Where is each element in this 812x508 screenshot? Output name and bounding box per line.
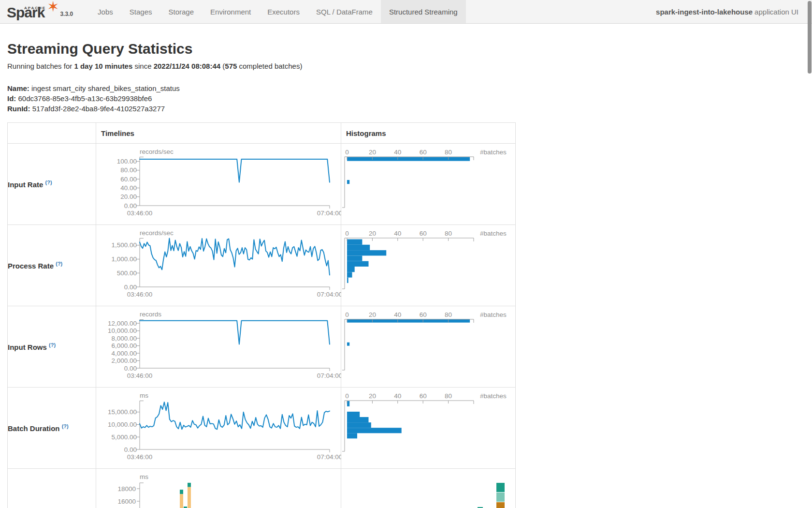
- input-rate-help-icon[interactable]: (?): [45, 179, 52, 185]
- apache-label: APACHE: [24, 6, 46, 10]
- input-rate-histogram-cell: 020406080#batches: [341, 144, 516, 225]
- table-row-input-rows: Input Rows (?) records12,000.0010,000.00…: [8, 306, 516, 388]
- svg-text:80.00: 80.00: [120, 166, 137, 174]
- table-row-input-rate: Input Rate (?) records/sec100.0080.0060.…: [8, 144, 516, 225]
- svg-text:03:46:00: 03:46:00: [127, 453, 153, 461]
- runid-value: 517afd3f-28e2-4ba8-9fe4-4102527a3277: [32, 105, 165, 113]
- legend-swatch-teal: [496, 483, 505, 492]
- input-rate-timeline-chart: records/sec100.0080.0060.0040.0020.000.0…: [96, 144, 341, 224]
- svg-text:10,000.00: 10,000.00: [108, 421, 137, 428]
- table-row-operation-duration: ms180001600014000: [8, 469, 516, 508]
- input-rate-histogram-chart: 020406080#batches: [341, 144, 516, 224]
- svg-text:0: 0: [345, 149, 349, 156]
- svg-text:20: 20: [369, 149, 376, 156]
- svg-text:#batches: #batches: [480, 311, 507, 318]
- svg-text:03:46:00: 03:46:00: [127, 291, 153, 298]
- row-label-input-rate: Input Rate (?): [8, 144, 96, 225]
- header-empty: [8, 123, 96, 144]
- input-rows-label: Input Rows: [8, 343, 47, 351]
- svg-text:80: 80: [445, 149, 452, 156]
- tab-executors[interactable]: Executors: [259, 0, 308, 23]
- svg-text:60.00: 60.00: [120, 176, 137, 183]
- svg-text:500.00: 500.00: [117, 269, 137, 277]
- tab-environment[interactable]: Environment: [202, 0, 259, 23]
- legend-swatch-teal_light: [496, 493, 505, 502]
- legend-swatch-orange_dark: [496, 502, 505, 508]
- scrollbar-thumb[interactable]: [808, 1, 812, 74]
- svg-text:07:04:00: 07:04:00: [317, 209, 341, 217]
- tab-jobs[interactable]: Jobs: [89, 0, 121, 23]
- query-name-line: Name: ingest smart_city shared_bikes_sta…: [7, 83, 812, 93]
- process-rate-timeline-cell: records/sec1,500.001,000.00500.000.0003:…: [96, 225, 341, 306]
- spark-logo: APACHE Spark ✶: [7, 4, 57, 21]
- tab-sql-dataframe[interactable]: SQL / DataFrame: [308, 0, 381, 23]
- statistics-table: Timelines Histograms Input Rate (?) reco…: [7, 122, 516, 508]
- spark-brand[interactable]: APACHE Spark ✶ 3.3.0: [0, 0, 76, 23]
- row-label-input-rows: Input Rows (?): [8, 306, 96, 388]
- batch-duration-histogram-chart: 020406080#batches: [341, 388, 516, 468]
- svg-text:20: 20: [369, 311, 376, 318]
- input-rows-histogram-chart: 020406080#batches: [341, 306, 516, 387]
- svg-text:0: 0: [345, 230, 349, 237]
- input-rate-label: Input Rate: [8, 180, 43, 189]
- svg-text:07:04:00: 07:04:00: [317, 453, 341, 461]
- svg-text:40: 40: [394, 149, 401, 156]
- running-prefix: Running batches for: [7, 62, 74, 70]
- name-label: Name:: [7, 84, 29, 92]
- svg-text:2,000.00: 2,000.00: [111, 357, 137, 364]
- table-row-process-rate: Process Rate (?) records/sec1,500.001,00…: [8, 225, 516, 306]
- svg-text:#batches: #batches: [480, 149, 507, 156]
- svg-text:16000: 16000: [117, 498, 136, 505]
- process-rate-label: Process Rate: [8, 262, 54, 270]
- input-rows-help-icon[interactable]: (?): [49, 342, 56, 348]
- application-title: spark-ingest-into-lakehouse application …: [656, 0, 812, 23]
- batch-duration-histogram-cell: 020406080#batches: [341, 388, 516, 469]
- row-label-operation-duration: [8, 469, 96, 508]
- operation-duration-histogram-cell: [341, 469, 516, 508]
- operation-duration-histogram-area: [341, 469, 516, 508]
- tab-storage[interactable]: Storage: [160, 0, 202, 23]
- paren-open: (: [220, 62, 225, 70]
- tab-structured-streaming[interactable]: Structured Streaming: [381, 0, 466, 23]
- running-batches-line: Running batches for 1 day 10 minutes sin…: [7, 62, 812, 70]
- svg-text:40: 40: [394, 230, 401, 237]
- svg-text:60: 60: [420, 149, 427, 156]
- svg-text:20.00: 20.00: [120, 193, 137, 200]
- process-rate-timeline-chart: records/sec1,500.001,000.00500.000.0003:…: [96, 225, 341, 306]
- spark-star-icon: ✶: [47, 0, 59, 14]
- paren-close: completed batches): [237, 62, 302, 70]
- svg-text:records/sec: records/sec: [140, 148, 174, 155]
- header-histograms: Histograms: [341, 123, 516, 144]
- query-id-line: Id: 60dc3768-85e3-4fb5-a13c-63b29938bfe6: [7, 93, 812, 104]
- application-name: spark-ingest-into-lakehouse: [656, 8, 753, 16]
- completed-batches-count: 575: [225, 62, 237, 70]
- tab-stages[interactable]: Stages: [121, 0, 160, 23]
- svg-text:80: 80: [445, 230, 452, 237]
- svg-text:records/sec: records/sec: [140, 229, 174, 237]
- top-navbar: APACHE Spark ✶ 3.3.0 Jobs Stages Storage…: [0, 0, 812, 24]
- svg-text:6,000.00: 6,000.00: [111, 342, 137, 349]
- svg-text:#batches: #batches: [480, 230, 507, 237]
- svg-text:records: records: [140, 311, 161, 318]
- svg-text:0.00: 0.00: [124, 284, 137, 291]
- svg-text:80: 80: [445, 392, 452, 400]
- svg-text:60: 60: [420, 311, 427, 318]
- batch-duration-timeline-chart: ms15,000.0010,000.005,000.000.0003:46:00…: [96, 388, 341, 468]
- batch-duration-timeline-cell: ms15,000.0010,000.005,000.000.0003:46:00…: [96, 388, 341, 469]
- svg-text:60: 60: [420, 392, 427, 400]
- input-rows-timeline-cell: records12,000.0010,000.008,000.006,000.0…: [96, 306, 341, 388]
- svg-text:0.00: 0.00: [124, 446, 137, 453]
- input-rows-timeline-chart: records12,000.0010,000.008,000.006,000.0…: [96, 306, 341, 387]
- process-rate-help-icon[interactable]: (?): [56, 261, 62, 267]
- batch-duration-label: Batch Duration: [8, 424, 60, 433]
- input-rate-timeline-cell: records/sec100.0080.0060.0040.0020.000.0…: [96, 144, 341, 225]
- svg-text:07:04:00: 07:04:00: [317, 372, 341, 379]
- process-rate-histogram-cell: 020406080#batches: [341, 225, 516, 306]
- start-time: 2022/11/24 08:08:44: [154, 62, 220, 70]
- nav-tabs: Jobs Stages Storage Environment Executor…: [89, 0, 466, 23]
- row-label-batch-duration: Batch Duration (?): [8, 388, 96, 469]
- svg-text:ms: ms: [140, 473, 148, 480]
- operation-duration-timeline-cell: ms180001600014000: [96, 469, 341, 508]
- batch-duration-help-icon[interactable]: (?): [62, 423, 69, 429]
- header-timelines: Timelines: [96, 123, 341, 144]
